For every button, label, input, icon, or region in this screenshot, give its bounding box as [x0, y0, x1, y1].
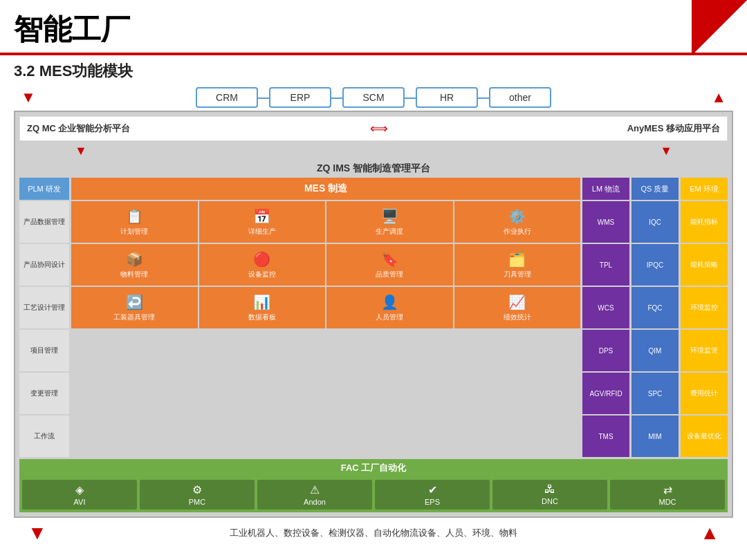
- qs-cell-1: IPQC: [631, 244, 679, 286]
- fac-item-0: ◈ AVI: [22, 480, 137, 510]
- fac-icon-3: ✔: [428, 483, 437, 496]
- plm-header: PLM 研发: [19, 178, 69, 200]
- mes-icon-6: 🔖: [381, 251, 398, 268]
- fac-items: ◈ AVI ⚙ PMC ⚠ Andon ✔ EPS 🖧 DNC ⇄ MDC: [19, 477, 728, 512]
- main-content: ▼ ▲ CRM ERP SCM HR other ZQ MC 企业智能分析平台 …: [0, 87, 747, 555]
- two-platform-row: ZQ MC 企业智能分析平台 ⟺ AnyMES 移动应用平台: [19, 116, 728, 141]
- plm-item-0: 产品数据管理: [19, 201, 69, 243]
- fac-title: FAC 工厂自动化: [19, 459, 728, 477]
- right-platform-label: AnyMES 移动应用平台: [627, 122, 720, 135]
- mes-cell-8: ↩️ 工装器具管理: [71, 287, 198, 328]
- em-cell-4: 费用统计: [681, 373, 728, 414]
- left-top-arrow: ▼: [21, 88, 36, 106]
- right-top-arrow: ▲: [711, 88, 726, 106]
- mes-cell-2: 🖥️ 生产调度: [326, 201, 453, 243]
- mes-icon-8: ↩️: [126, 294, 143, 310]
- scm-box[interactable]: SCM: [342, 87, 405, 108]
- fac-item-2: ⚠ Andon: [257, 480, 372, 510]
- header: 智能工厂: [0, 0, 747, 55]
- bottom-right-arrow: ▲: [700, 522, 719, 544]
- mes-icon-0: 📋: [126, 208, 143, 225]
- fac-icon-2: ⚠: [310, 483, 320, 496]
- mes-cell-3: ⚙️ 作业执行: [454, 201, 581, 243]
- mes-icon-11: 📈: [508, 294, 526, 310]
- fac-icon-1: ⚙: [192, 483, 202, 496]
- mes-cell-10: 👤 人员管理: [326, 287, 453, 328]
- qs-cell-3: QIM: [631, 330, 679, 371]
- lm-header: LM 物流: [582, 178, 629, 200]
- ims-title: ZQ IMS 智能制造管理平台: [19, 160, 728, 178]
- left-down-arrow: ▼: [75, 144, 87, 158]
- mes-cell-1: 📅 详细生产: [199, 201, 326, 243]
- plm-item-3: 项目管理: [19, 330, 69, 371]
- module-grid: PLM 研发 产品数据管理 产品协同设计 工艺设计管理 项目管理 变更管理 工作…: [19, 178, 728, 457]
- fac-item-5: ⇄ MDC: [610, 480, 725, 510]
- bottom-left-arrow: ▼: [28, 522, 47, 544]
- mes-icon-3: ⚙️: [508, 208, 526, 225]
- lm-column: LM 物流 WMS TPL WCS DPS AGV/RFID TMS: [582, 178, 629, 457]
- plm-item-1: 产品协同设计: [19, 244, 69, 286]
- em-cell-3: 环境监管: [681, 330, 728, 371]
- em-column: EM 环境 能耗指标 能耗策略 环境监控 环境监管 费用统计 设备最优化: [681, 178, 728, 457]
- bottom-text: 工业机器人、数控设备、检测仪器、自动化物流设备、人员、环境、物料: [230, 527, 517, 539]
- fac-item-1: ⚙ PMC: [140, 480, 255, 510]
- fac-item-4: 🖧 DNC: [492, 480, 607, 510]
- right-down-arrow: ▼: [660, 144, 672, 158]
- plm-item-4: 变更管理: [19, 373, 69, 414]
- bottom-row: ▼ 工业机器人、数控设备、检测仪器、自动化物流设备、人员、环境、物料 ▲: [14, 518, 733, 548]
- mes-column: MES 制造 📋 计划管理 📅 详细生产 🖥️ 生产调度: [71, 178, 580, 457]
- plm-item-5: 工作流: [19, 416, 69, 457]
- hr-box[interactable]: HR: [416, 87, 478, 108]
- qs-header: QS 质量: [631, 178, 679, 200]
- lm-cell-2: WCS: [582, 287, 629, 328]
- lm-cell-0: WMS: [582, 201, 629, 243]
- em-cell-1: 能耗策略: [681, 244, 728, 286]
- mes-cell-7: 🗂️ 刀具管理: [454, 244, 581, 286]
- mes-icon-1: 📅: [253, 208, 270, 225]
- qs-cell-4: SPC: [631, 373, 679, 414]
- qs-cell-2: FQC: [631, 287, 679, 328]
- lm-cell-5: TMS: [582, 416, 629, 457]
- plm-column: PLM 研发 产品数据管理 产品协同设计 工艺设计管理 项目管理 变更管理 工作…: [19, 178, 69, 457]
- platform-outer: ZQ MC 企业智能分析平台 ⟺ AnyMES 移动应用平台 ▼ ▼ ZQ IM…: [14, 111, 733, 518]
- mes-cell-11: 📈 绩效统计: [454, 287, 581, 328]
- section-title: 3.2 MES功能模块: [0, 55, 747, 87]
- lm-cell-4: AGV/RFID: [582, 373, 629, 414]
- mes-cell-0: 📋 计划管理: [71, 201, 198, 243]
- mes-cell-6: 🔖 品质管理: [326, 244, 453, 286]
- mes-header: MES 制造: [71, 178, 580, 200]
- left-platform-label: ZQ MC 企业智能分析平台: [27, 122, 131, 135]
- em-cell-2: 环境监控: [681, 287, 728, 328]
- qs-column: QS 质量 IQC IPQC FQC QIM SPC MIM: [631, 178, 679, 457]
- mes-icon-5: 🔴: [253, 251, 270, 268]
- mes-cell-9: 📊 数据看板: [199, 287, 326, 328]
- lm-cell-1: TPL: [582, 244, 629, 286]
- mes-icon-7: 🗂️: [508, 251, 526, 268]
- qs-cell-5: MIM: [631, 416, 679, 457]
- fac-icon-5: ⇄: [663, 483, 672, 496]
- mes-icon-10: 👤: [381, 294, 398, 310]
- double-arrow-icon: ⟺: [370, 121, 388, 136]
- page-title: 智能工厂: [14, 10, 130, 49]
- plm-item-2: 工艺设计管理: [19, 287, 69, 328]
- mes-icon-2: 🖥️: [381, 208, 398, 225]
- erp-box[interactable]: ERP: [269, 87, 331, 108]
- crm-box[interactable]: CRM: [196, 87, 258, 108]
- fac-icon-4: 🖧: [544, 483, 555, 496]
- mes-icon-9: 📊: [253, 294, 270, 310]
- em-header: EM 环境: [681, 178, 728, 200]
- em-cell-0: 能耗指标: [681, 201, 728, 243]
- mes-cell-5: 🔴 设备监控: [199, 244, 326, 286]
- qs-cell-0: IQC: [631, 201, 679, 243]
- other-box[interactable]: other: [489, 87, 551, 108]
- mes-cell-4: 📦 物料管理: [71, 244, 198, 286]
- fac-item-3: ✔ EPS: [375, 480, 490, 510]
- lm-cell-3: DPS: [582, 330, 629, 371]
- fac-icon-0: ◈: [75, 483, 84, 496]
- mes-icon-4: 📦: [126, 251, 143, 268]
- em-cell-5: 设备最优化: [681, 416, 728, 457]
